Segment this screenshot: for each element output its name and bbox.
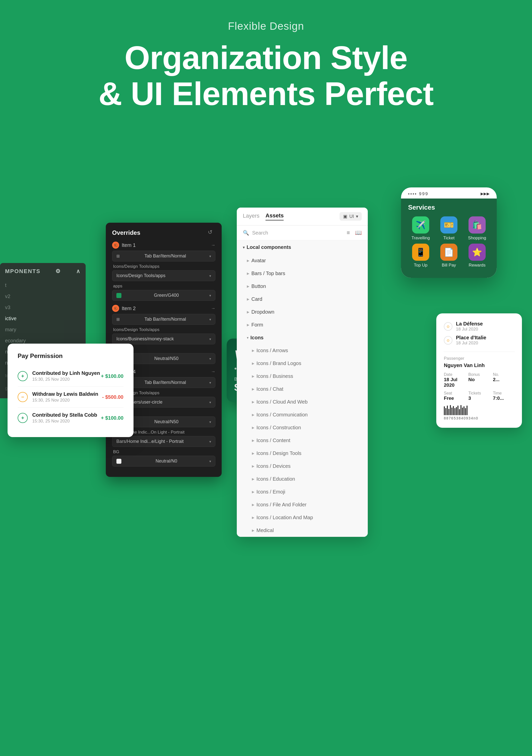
- refresh-icon[interactable]: ↺: [208, 229, 215, 236]
- dropdown-field[interactable]: ⊞ Tab Bar/Item/Normal ▾: [112, 251, 215, 261]
- component-icons-location-map[interactable]: ▶ Icons / Location And Map: [237, 511, 368, 524]
- chevron-down-icon: ▾: [356, 214, 358, 219]
- book-icon[interactable]: 📖: [355, 230, 362, 236]
- dropdown-text: Neutral/N50: [154, 356, 178, 361]
- dropdown-field[interactable]: Icons/Design Tools/apps ▾: [112, 270, 215, 281]
- barcode-bar: [464, 406, 465, 415]
- dropdown-field[interactable]: Green/G400 ▾: [112, 290, 215, 301]
- transaction-date: 15:30, 25 Nov 2020: [32, 398, 102, 403]
- dropdown-field[interactable]: ⊞ Tab Bar/Item/Normal ▾: [112, 314, 215, 325]
- barcode-bar: [466, 406, 467, 415]
- service-label: Shopping: [468, 235, 486, 241]
- chevron-down-icon: ▾: [209, 357, 211, 361]
- comp-item[interactable]: v3: [5, 302, 81, 313]
- transaction-item: + Contributed by Stella Cobb 15:30, 25 N…: [18, 408, 123, 428]
- local-components-label: Local components: [247, 244, 291, 250]
- barcode-bar: [450, 405, 451, 415]
- transaction-name: Contributed by Stella Cobb: [32, 412, 101, 418]
- transaction-icon: +: [18, 413, 28, 423]
- collapse-icon: ▶: [252, 528, 254, 532]
- component-icons-construction[interactable]: ▶ Icons / Construction: [237, 421, 368, 434]
- dropdown-field[interactable]: Neutral/N0 ▾: [112, 456, 215, 467]
- component-icons-devices[interactable]: ▶ Icons / Devices: [237, 460, 368, 472]
- component-label: Avatar: [252, 258, 266, 263]
- chevron-down-icon: ▾: [209, 293, 211, 298]
- dropdown-field[interactable]: Bars/Home Indi...e/Light - Portrait ▾: [112, 436, 215, 447]
- override-item-header: 🏀 Item 2 →: [112, 305, 215, 312]
- tab-assets[interactable]: Assets: [265, 212, 284, 220]
- item-label: Item 1: [122, 242, 211, 248]
- component-avatar[interactable]: ▶ Avatar: [237, 254, 368, 267]
- rewards-icon: ⭐: [468, 244, 486, 261]
- component-label: Card: [252, 296, 262, 302]
- detail-label: Date: [444, 372, 465, 377]
- comp-item[interactable]: t: [5, 280, 81, 291]
- shopping-icon: 🛍️: [468, 216, 486, 233]
- comp-item[interactable]: v2: [5, 291, 81, 302]
- components-header: MPONENTS ⚙ ∧: [5, 268, 81, 275]
- component-icons-chat[interactable]: ▶ Icons / Chat: [237, 383, 368, 395]
- list-icon[interactable]: ≡: [347, 230, 350, 236]
- location-date: 18 Jul 2020: [456, 327, 483, 332]
- component-label: Icons / Brand Logos: [256, 361, 301, 366]
- dropdown-field[interactable]: Icons/Business/money-stack ▾: [112, 334, 215, 344]
- collapse-icon: ▶: [252, 400, 254, 404]
- component-icons-education[interactable]: ▶ Icons / Education: [237, 472, 368, 485]
- component-medical[interactable]: ▶ Medical: [237, 524, 368, 537]
- collapse-icon: ▶: [252, 439, 254, 442]
- service-item-travelling: ✈️ Travelling: [408, 216, 433, 241]
- detail-label: Time: [493, 391, 514, 395]
- barcode: [444, 405, 514, 415]
- component-icons-brand-logos[interactable]: ▶ Icons / Brand Logos: [237, 357, 368, 370]
- chevron-down-icon: ▾: [209, 440, 211, 444]
- collapse-icon: ▶: [252, 516, 254, 520]
- passenger-label: Passenger: [444, 356, 514, 361]
- component-icons-arrows[interactable]: ▶ Icons / Arrows: [237, 344, 368, 357]
- search-input[interactable]: Search: [252, 230, 344, 236]
- component-label: Icons / Business: [256, 373, 293, 379]
- services-grid: ✈️ Travelling 🎫 Ticket 🛍️ Shopping 📱 Top…: [408, 216, 490, 273]
- detail-seat: Seat Free: [444, 391, 465, 401]
- chevron-down-icon: ▾: [209, 381, 211, 385]
- chevron-down-icon: ▾: [209, 274, 211, 278]
- search-icon: 🔍: [243, 230, 249, 236]
- component-icons-cloud-web[interactable]: ▶ Icons / Cloud And Web: [237, 395, 368, 408]
- collapse-icon: ▶: [252, 413, 254, 417]
- collapse-icon: ▶: [252, 503, 254, 507]
- comp-item[interactable]: ictive: [5, 313, 81, 324]
- component-icons-emoji[interactable]: ▶ Icons / Emoji: [237, 485, 368, 498]
- collapse-icon: ▶: [252, 426, 254, 429]
- location-details: La Défense 18 Jul 2020: [456, 321, 483, 332]
- billpay-icon: 📄: [440, 244, 458, 261]
- component-icons-content[interactable]: ▶ Icons / Content: [237, 434, 368, 447]
- component-form[interactable]: ▶ Form: [237, 318, 368, 331]
- component-icons-communication[interactable]: ▶ Icons / Communication: [237, 408, 368, 421]
- component-icons-design-tools[interactable]: ▶ Icons / Design Tools: [237, 447, 368, 460]
- collapse-icon[interactable]: ∧: [76, 268, 81, 275]
- comp-item[interactable]: mary: [5, 324, 81, 335]
- component-bars-top-bars[interactable]: ▶ Bars / Top bars: [237, 267, 368, 280]
- service-label: Bill Pay: [442, 263, 456, 268]
- detail-label: Tickets: [468, 391, 490, 395]
- dropdown-text: Neutral/N0: [155, 458, 177, 464]
- collapse-icon: ▶: [252, 490, 254, 494]
- location-item-2: ⊙ Place d'Italie 18 Jul 2020: [444, 335, 514, 346]
- component-label: Button: [252, 284, 266, 289]
- transaction-icon: +: [18, 371, 28, 381]
- barcode-bar: [461, 405, 462, 415]
- carrier: •••• 999: [408, 191, 429, 197]
- component-icons-business[interactable]: ▶ Icons / Business: [237, 370, 368, 383]
- components-title: MPONENTS: [5, 268, 40, 275]
- component-button[interactable]: ▶ Button: [237, 280, 368, 293]
- component-dropdown[interactable]: ▶ Dropdown: [237, 306, 368, 318]
- component-card[interactable]: ▶ Card: [237, 293, 368, 306]
- component-icons-file-folder[interactable]: ▶ Icons / File And Folder: [237, 498, 368, 511]
- location-details: Place d'Italie 18 Jul 2020: [456, 335, 486, 346]
- collapse-icon: ▶: [252, 387, 254, 391]
- content-area: MPONENTS ⚙ ∧ t v2 v3 ictive mary econdar…: [0, 142, 532, 596]
- component-label: Icons / Chat: [256, 386, 283, 392]
- hero-line1: Organization Style: [0, 40, 532, 76]
- tab-layers[interactable]: Layers: [243, 213, 259, 220]
- passenger-name: Nguyen Van Linh: [444, 363, 514, 368]
- local-components-header: ▾ Local components: [237, 240, 368, 254]
